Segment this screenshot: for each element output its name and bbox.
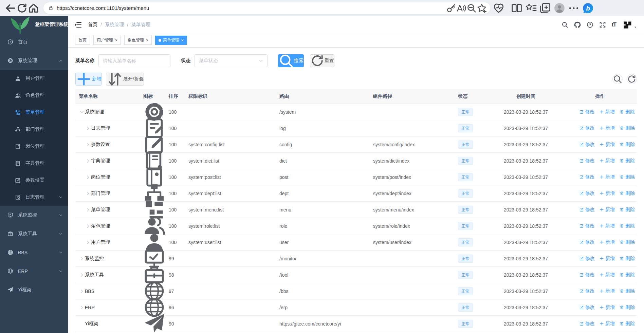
sidebar-item-系统监控[interactable]: 系统监控 — [0, 206, 68, 224]
status-select[interactable]: 菜单状态 — [195, 54, 268, 67]
sidebar-item-字典管理[interactable]: 字典管理 — [0, 155, 68, 172]
delete-action-link[interactable]: 删除 — [620, 239, 635, 245]
edit-action-link[interactable]: 修改 — [579, 207, 595, 213]
browser-refresh-icon[interactable] — [16, 2, 28, 14]
edit-action-link[interactable]: 修改 — [579, 288, 595, 294]
edit-action-link[interactable]: 修改 — [579, 223, 595, 229]
edit-action-link[interactable]: 修改 — [579, 304, 595, 311]
sidebar-item-ERP[interactable]: ERP — [0, 262, 68, 280]
more-menu-icon[interactable] — [568, 2, 579, 14]
add-action-link[interactable]: 新增 — [600, 304, 615, 311]
edit-action-link[interactable]: 修改 — [579, 142, 595, 148]
refresh-table-button[interactable] — [627, 74, 637, 84]
sidebar-item-系统管理[interactable]: 系统管理 — [0, 51, 68, 70]
delete-action-link[interactable]: 删除 — [620, 158, 635, 164]
tree-expand-icon[interactable] — [85, 191, 91, 196]
profile-avatar[interactable] — [554, 2, 565, 14]
delete-action-link[interactable]: 删除 — [620, 321, 635, 327]
fullscreen-icon[interactable] — [599, 21, 606, 28]
browser-back-icon[interactable] — [5, 2, 16, 14]
delete-action-link[interactable]: 删除 — [620, 223, 635, 229]
delete-action-link[interactable]: 删除 — [620, 304, 635, 311]
user-logo-avatar[interactable] — [623, 20, 632, 30]
zoom-out-icon[interactable] — [466, 3, 477, 13]
tab-close-icon[interactable]: × — [181, 38, 184, 42]
sidebar-item-用户管理[interactable]: 用户管理 — [0, 70, 68, 87]
sidebar-item-角色管理[interactable]: 角色管理 — [0, 87, 68, 104]
tab-用户管理[interactable]: 用户管理× — [93, 36, 121, 45]
add-action-link[interactable]: 新增 — [600, 321, 615, 327]
add-action-link[interactable]: 新增 — [600, 256, 615, 262]
delete-action-link[interactable]: 删除 — [620, 142, 635, 148]
lock-icon[interactable] — [48, 5, 53, 11]
read-aloud-icon[interactable] — [456, 3, 466, 13]
delete-action-link[interactable]: 删除 — [620, 174, 635, 180]
url-text[interactable]: https://ccnetcore.com:1101/system/menu — [57, 5, 446, 11]
reset-button[interactable]: 重置 — [310, 54, 334, 67]
delete-action-link[interactable]: 删除 — [620, 109, 635, 115]
tree-expand-icon[interactable] — [85, 142, 91, 147]
sidebar-item-BBS[interactable]: BBS — [0, 243, 68, 262]
edit-action-link[interactable]: 修改 — [579, 239, 595, 245]
delete-action-link[interactable]: 删除 — [620, 207, 635, 213]
tree-expand-icon[interactable] — [85, 126, 91, 131]
tree-expand-icon[interactable] — [85, 224, 91, 228]
tree-expand-icon[interactable] — [79, 273, 85, 277]
add-action-link[interactable]: 新增 — [600, 272, 615, 278]
browser-home-icon[interactable] — [28, 2, 39, 14]
sidebar-item-首页[interactable]: 首页 — [0, 33, 68, 51]
sidebar-item-部门管理[interactable]: 部门管理 — [0, 121, 68, 138]
tree-expand-icon[interactable] — [85, 207, 91, 212]
add-action-link[interactable]: 新增 — [600, 207, 615, 213]
breadcrumb-item[interactable]: 首页 — [88, 22, 97, 28]
menu-name-input[interactable] — [98, 54, 170, 67]
tree-expand-icon[interactable] — [85, 159, 91, 163]
add-action-link[interactable]: 新增 — [600, 142, 615, 148]
sidebar-item-岗位管理[interactable]: 岗位管理 — [0, 138, 68, 155]
add-action-link[interactable]: 新增 — [600, 223, 615, 229]
tab-close-icon[interactable]: × — [115, 38, 117, 42]
tab-首页[interactable]: 首页 — [75, 36, 90, 45]
tab-角色管理[interactable]: 角色管理× — [124, 36, 152, 45]
add-action-link[interactable]: 新增 — [600, 125, 615, 131]
edit-action-link[interactable]: 修改 — [579, 321, 595, 327]
edit-action-link[interactable]: 修改 — [579, 256, 595, 262]
app-logo[interactable]: 意框架管理系统 — [0, 16, 68, 33]
tree-expand-icon[interactable] — [79, 256, 85, 261]
tab-菜单管理[interactable]: 菜单管理× — [155, 36, 187, 45]
password-key-icon[interactable] — [446, 3, 456, 13]
add-action-link[interactable]: 新增 — [600, 239, 615, 245]
tree-expand-icon[interactable] — [85, 175, 91, 180]
edit-action-link[interactable]: 修改 — [579, 272, 595, 278]
collections-icon[interactable] — [539, 2, 551, 14]
search-button[interactable]: 搜索 — [278, 54, 304, 67]
delete-action-link[interactable]: 删除 — [620, 125, 635, 131]
tree-expand-icon[interactable] — [79, 110, 85, 114]
help-icon[interactable]: ? — [587, 21, 593, 28]
tree-expand-icon[interactable] — [85, 240, 91, 245]
edit-action-link[interactable]: 修改 — [579, 125, 595, 131]
add-action-link[interactable]: 新增 — [600, 190, 615, 197]
edit-action-link[interactable]: 修改 — [579, 109, 595, 115]
add-action-link[interactable]: 新增 — [600, 109, 615, 115]
add-button[interactable]: 新增 — [75, 73, 102, 86]
add-action-link[interactable]: 新增 — [600, 158, 615, 164]
github-icon[interactable] — [574, 21, 581, 28]
add-action-link[interactable]: 新增 — [600, 288, 615, 294]
add-action-link[interactable]: 新增 — [600, 174, 615, 180]
favorite-star-icon[interactable] — [477, 3, 487, 13]
edit-action-link[interactable]: 修改 — [579, 174, 595, 180]
delete-action-link[interactable]: 删除 — [620, 288, 635, 294]
tree-expand-icon[interactable] — [79, 305, 85, 310]
sidebar-collapse-icon[interactable] — [74, 21, 82, 29]
favorites-list-icon[interactable] — [525, 2, 537, 14]
sidebar-item-Yi框架[interactable]: Yi框架 — [0, 280, 68, 299]
sidebar-item-系统工具[interactable]: 系统工具 — [0, 224, 68, 243]
edit-action-link[interactable]: 修改 — [579, 190, 595, 197]
address-bar[interactable]: https://ccnetcore.com:1101/system/menu — [43, 2, 490, 14]
bing-chat-icon[interactable]: b — [582, 2, 594, 14]
show-search-button[interactable] — [612, 74, 623, 84]
sidebar-item-日志管理[interactable]: 日志管理 — [0, 189, 68, 206]
browser-essentials-icon[interactable] — [493, 2, 504, 14]
expand-collapse-button[interactable]: 展开/折叠 — [106, 73, 144, 86]
